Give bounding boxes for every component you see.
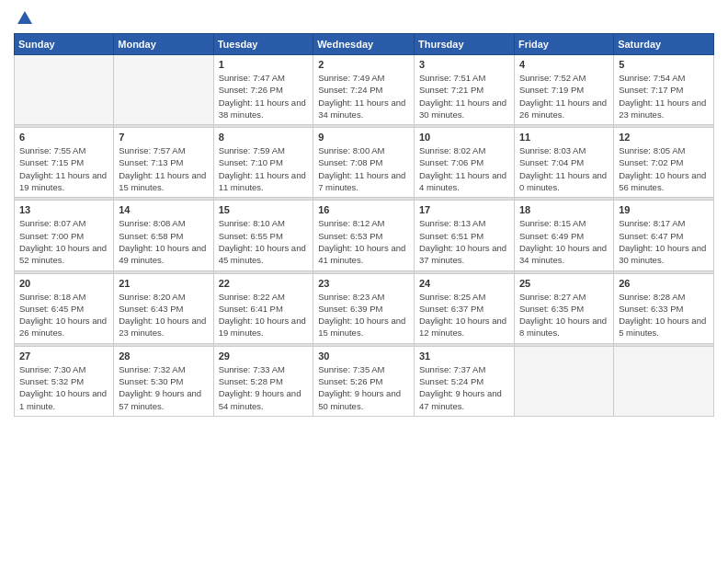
day-info: Sunrise: 8:02 AM Sunset: 7:06 PM Dayligh… — [419, 144, 509, 193]
day-number: 23 — [318, 278, 409, 289]
day-info: Sunrise: 8:03 AM Sunset: 7:04 PM Dayligh… — [519, 144, 609, 193]
day-number: 10 — [419, 132, 509, 143]
day-info: Sunrise: 7:54 AM Sunset: 7:17 PM Dayligh… — [619, 72, 709, 121]
calendar-week-row: 6Sunrise: 7:55 AM Sunset: 7:15 PM Daylig… — [15, 128, 714, 198]
day-info: Sunrise: 8:13 AM Sunset: 6:51 PM Dayligh… — [419, 217, 509, 266]
calendar-cell: 8Sunrise: 7:59 AM Sunset: 7:10 PM Daylig… — [213, 128, 313, 198]
day-number: 15 — [219, 204, 309, 215]
svg-marker-0 — [17, 11, 32, 24]
calendar-week-row: 1Sunrise: 7:47 AM Sunset: 7:26 PM Daylig… — [15, 55, 714, 125]
day-info: Sunrise: 8:18 AM Sunset: 6:45 PM Dayligh… — [19, 291, 108, 339]
day-info: Sunrise: 7:51 AM Sunset: 7:21 PM Dayligh… — [419, 72, 509, 121]
day-info: Sunrise: 8:17 AM Sunset: 6:47 PM Dayligh… — [619, 217, 709, 266]
calendar-cell: 18Sunrise: 8:15 AM Sunset: 6:49 PM Dayli… — [514, 201, 613, 270]
day-info: Sunrise: 7:49 AM Sunset: 7:24 PM Dayligh… — [318, 72, 409, 121]
day-number: 20 — [19, 278, 108, 289]
logo-icon — [16, 9, 34, 28]
day-number: 31 — [419, 350, 509, 362]
day-number: 17 — [419, 204, 509, 215]
day-number: 7 — [119, 132, 208, 143]
calendar-cell: 13Sunrise: 8:07 AM Sunset: 7:00 PM Dayli… — [15, 201, 114, 270]
day-info: Sunrise: 8:22 AM Sunset: 6:41 PM Dayligh… — [219, 291, 309, 339]
day-number: 19 — [619, 204, 709, 215]
calendar-cell: 28Sunrise: 7:32 AM Sunset: 5:30 PM Dayli… — [114, 346, 213, 416]
calendar-cell: 24Sunrise: 8:25 AM Sunset: 6:37 PM Dayli… — [415, 273, 515, 343]
calendar-cell: 22Sunrise: 8:22 AM Sunset: 6:41 PM Dayli… — [213, 273, 313, 343]
calendar-week-row: 13Sunrise: 8:07 AM Sunset: 7:00 PM Dayli… — [15, 201, 714, 270]
calendar-cell — [514, 346, 613, 416]
calendar-week-row: 20Sunrise: 8:18 AM Sunset: 6:45 PM Dayli… — [15, 273, 714, 343]
calendar-header-tuesday: Tuesday — [213, 34, 313, 55]
calendar-cell: 9Sunrise: 8:00 AM Sunset: 7:08 PM Daylig… — [313, 128, 415, 198]
day-info: Sunrise: 7:57 AM Sunset: 7:13 PM Dayligh… — [119, 144, 208, 193]
calendar-cell: 12Sunrise: 8:05 AM Sunset: 7:02 PM Dayli… — [614, 128, 714, 198]
calendar-cell: 5Sunrise: 7:54 AM Sunset: 7:17 PM Daylig… — [614, 55, 714, 125]
day-info: Sunrise: 7:35 AM Sunset: 5:26 PM Dayligh… — [318, 363, 409, 412]
calendar-cell: 16Sunrise: 8:12 AM Sunset: 6:53 PM Dayli… — [313, 201, 415, 270]
calendar-cell: 31Sunrise: 7:37 AM Sunset: 5:24 PM Dayli… — [415, 346, 515, 416]
day-info: Sunrise: 8:23 AM Sunset: 6:39 PM Dayligh… — [318, 291, 409, 339]
calendar-cell — [15, 55, 114, 125]
day-number: 18 — [519, 204, 609, 215]
day-info: Sunrise: 7:59 AM Sunset: 7:10 PM Dayligh… — [219, 144, 309, 193]
day-number: 13 — [19, 204, 108, 215]
calendar-week-row: 27Sunrise: 7:30 AM Sunset: 5:32 PM Dayli… — [15, 346, 714, 416]
day-number: 25 — [519, 278, 609, 289]
calendar-header-thursday: Thursday — [415, 34, 515, 55]
day-number: 29 — [219, 350, 309, 362]
day-number: 22 — [219, 278, 309, 289]
calendar-table: SundayMondayTuesdayWednesdayThursdayFrid… — [14, 33, 714, 417]
day-info: Sunrise: 7:55 AM Sunset: 7:15 PM Dayligh… — [19, 144, 108, 193]
calendar-cell: 26Sunrise: 8:28 AM Sunset: 6:33 PM Dayli… — [614, 273, 714, 343]
day-number: 21 — [119, 278, 208, 289]
calendar-cell: 11Sunrise: 8:03 AM Sunset: 7:04 PM Dayli… — [514, 128, 613, 198]
day-number: 11 — [519, 132, 609, 143]
calendar-header-monday: Monday — [114, 34, 213, 55]
calendar-cell: 6Sunrise: 7:55 AM Sunset: 7:15 PM Daylig… — [15, 128, 114, 198]
calendar-cell: 4Sunrise: 7:52 AM Sunset: 7:19 PM Daylig… — [514, 55, 613, 125]
day-info: Sunrise: 8:05 AM Sunset: 7:02 PM Dayligh… — [619, 144, 709, 193]
day-info: Sunrise: 8:07 AM Sunset: 7:00 PM Dayligh… — [19, 217, 108, 266]
day-info: Sunrise: 8:00 AM Sunset: 7:08 PM Dayligh… — [318, 144, 409, 193]
day-info: Sunrise: 7:33 AM Sunset: 5:28 PM Dayligh… — [219, 363, 309, 412]
logo — [14, 9, 34, 26]
calendar-header-saturday: Saturday — [614, 34, 714, 55]
day-number: 14 — [119, 204, 208, 215]
calendar-cell: 14Sunrise: 8:08 AM Sunset: 6:58 PM Dayli… — [114, 201, 213, 270]
calendar-cell: 27Sunrise: 7:30 AM Sunset: 5:32 PM Dayli… — [15, 346, 114, 416]
calendar-cell: 3Sunrise: 7:51 AM Sunset: 7:21 PM Daylig… — [415, 55, 515, 125]
calendar-cell: 2Sunrise: 7:49 AM Sunset: 7:24 PM Daylig… — [313, 55, 415, 125]
calendar-cell: 20Sunrise: 8:18 AM Sunset: 6:45 PM Dayli… — [15, 273, 114, 343]
day-number: 12 — [619, 132, 709, 143]
calendar-cell: 10Sunrise: 8:02 AM Sunset: 7:06 PM Dayli… — [415, 128, 515, 198]
day-number: 9 — [318, 132, 409, 143]
day-number: 2 — [318, 59, 409, 70]
calendar-header-sunday: Sunday — [15, 34, 114, 55]
day-number: 26 — [619, 278, 709, 289]
day-number: 8 — [219, 132, 309, 143]
calendar-cell: 7Sunrise: 7:57 AM Sunset: 7:13 PM Daylig… — [114, 128, 213, 198]
calendar-cell: 30Sunrise: 7:35 AM Sunset: 5:26 PM Dayli… — [313, 346, 415, 416]
day-info: Sunrise: 8:08 AM Sunset: 6:58 PM Dayligh… — [119, 217, 208, 266]
day-info: Sunrise: 8:15 AM Sunset: 6:49 PM Dayligh… — [519, 217, 609, 266]
day-number: 27 — [19, 350, 108, 362]
calendar-cell: 21Sunrise: 8:20 AM Sunset: 6:43 PM Dayli… — [114, 273, 213, 343]
calendar-cell: 1Sunrise: 7:47 AM Sunset: 7:26 PM Daylig… — [213, 55, 313, 125]
day-number: 1 — [219, 59, 309, 70]
calendar-cell: 17Sunrise: 8:13 AM Sunset: 6:51 PM Dayli… — [415, 201, 515, 270]
day-info: Sunrise: 8:12 AM Sunset: 6:53 PM Dayligh… — [318, 217, 409, 266]
day-info: Sunrise: 7:30 AM Sunset: 5:32 PM Dayligh… — [19, 363, 108, 412]
day-info: Sunrise: 7:52 AM Sunset: 7:19 PM Dayligh… — [519, 72, 609, 121]
day-number: 28 — [119, 350, 208, 362]
page: SundayMondayTuesdayWednesdayThursdayFrid… — [0, 0, 728, 563]
calendar-cell: 15Sunrise: 8:10 AM Sunset: 6:55 PM Dayli… — [213, 201, 313, 270]
calendar-header-wednesday: Wednesday — [313, 34, 415, 55]
day-number: 30 — [318, 350, 409, 362]
calendar-cell: 23Sunrise: 8:23 AM Sunset: 6:39 PM Dayli… — [313, 273, 415, 343]
day-number: 16 — [318, 204, 409, 215]
day-info: Sunrise: 7:47 AM Sunset: 7:26 PM Dayligh… — [219, 72, 309, 121]
calendar-cell — [614, 346, 714, 416]
header — [14, 9, 714, 26]
day-number: 4 — [519, 59, 609, 70]
day-info: Sunrise: 7:32 AM Sunset: 5:30 PM Dayligh… — [119, 363, 208, 412]
